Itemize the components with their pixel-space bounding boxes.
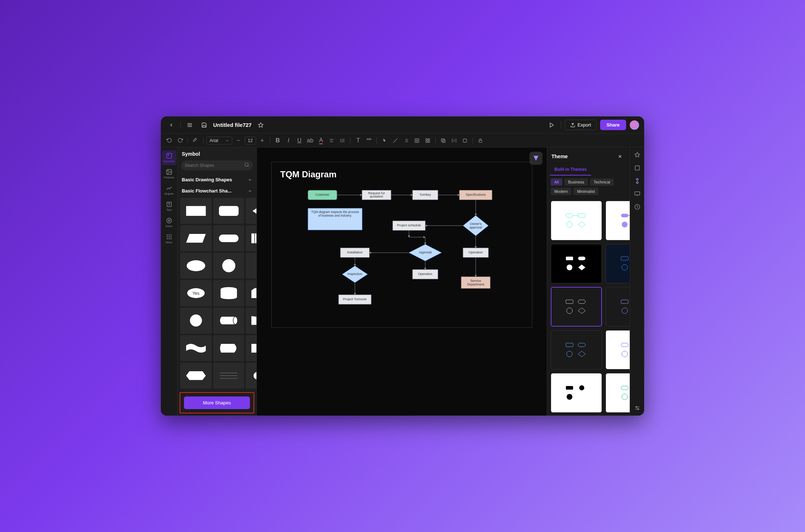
svg-text:Yes: Yes xyxy=(192,291,199,296)
stroke-button[interactable] xyxy=(391,136,400,145)
font-size-decrease[interactable]: − xyxy=(234,136,243,145)
present-button[interactable] xyxy=(546,120,557,130)
shape-hexagon[interactable] xyxy=(180,363,212,389)
theme-preview[interactable] xyxy=(606,373,630,413)
shape-circle2[interactable] xyxy=(180,308,212,334)
export-button[interactable]: Export xyxy=(565,120,597,130)
filter-business[interactable]: Business xyxy=(564,178,588,186)
line-spacing-button[interactable] xyxy=(338,136,347,145)
redo-button[interactable] xyxy=(175,136,185,145)
svg-rect-54 xyxy=(251,234,256,243)
rail-graphs[interactable]: Graphs xyxy=(162,183,176,198)
bold-button[interactable]: B xyxy=(273,136,282,145)
strikethrough-button[interactable]: ab xyxy=(305,136,315,145)
rail-symbols[interactable]: Symbols xyxy=(162,150,176,165)
right-rail xyxy=(630,147,644,416)
theme-preview[interactable] xyxy=(606,244,630,284)
filter-modern[interactable]: Modern xyxy=(551,188,571,195)
theme-preview[interactable] xyxy=(606,201,630,240)
font-size-input[interactable] xyxy=(245,137,256,145)
shape-circle[interactable] xyxy=(213,253,245,279)
font-family-picker[interactable]: Arial xyxy=(206,137,232,145)
filter-minimalist[interactable]: Minimalist xyxy=(573,188,598,195)
layers-icon[interactable] xyxy=(633,164,641,172)
filter-all[interactable]: All xyxy=(551,178,562,186)
theme-preview[interactable] xyxy=(551,244,602,284)
shape-cap[interactable] xyxy=(246,363,256,389)
properties-icon[interactable] xyxy=(633,151,641,159)
list-button[interactable] xyxy=(401,136,411,145)
shape-manual[interactable] xyxy=(246,308,256,334)
shape-cylinder-h[interactable] xyxy=(213,308,245,334)
menu-button[interactable] xyxy=(184,120,195,130)
theme-preview[interactable] xyxy=(551,373,602,413)
shape-rounded-rect[interactable] xyxy=(213,198,245,224)
shape-delay[interactable] xyxy=(246,335,256,361)
file-title[interactable]: Untitled file727 xyxy=(213,122,252,128)
svg-rect-135 xyxy=(578,300,585,303)
format-painter-button[interactable] xyxy=(191,136,200,145)
canvas[interactable]: TQM Diagram Customer Request forquotatio… xyxy=(257,147,547,416)
svg-point-136 xyxy=(567,308,572,314)
rail-more[interactable]: More xyxy=(162,231,176,246)
text-tool-button[interactable]: T xyxy=(353,136,363,145)
grid-button[interactable] xyxy=(423,136,432,145)
divider xyxy=(561,121,561,129)
shape-cylinder[interactable] xyxy=(213,280,245,306)
lock-button[interactable] xyxy=(476,136,485,145)
shape-predefined[interactable] xyxy=(246,225,256,251)
shape-rectangle[interactable] xyxy=(180,198,212,224)
shape-card[interactable] xyxy=(246,280,256,306)
back-button[interactable] xyxy=(166,120,177,130)
svg-point-140 xyxy=(622,308,628,314)
svg-rect-121 xyxy=(621,214,628,217)
category-basic-flowchart[interactable]: Basic Flowchart Sha... xyxy=(177,185,256,196)
underline-button[interactable]: U xyxy=(295,136,304,145)
theme-preview[interactable] xyxy=(606,330,630,370)
align-button[interactable] xyxy=(327,136,336,145)
layer-button[interactable] xyxy=(439,136,448,145)
rail-icons[interactable]: Icons xyxy=(162,215,176,230)
svg-marker-145 xyxy=(578,351,585,357)
settings-icon[interactable] xyxy=(633,404,641,412)
rail-text[interactable]: Text xyxy=(162,199,176,214)
table-button[interactable] xyxy=(412,136,422,145)
shape-pill[interactable] xyxy=(213,225,245,251)
tab-builtin-themes[interactable]: Built-in Themes xyxy=(550,165,591,176)
font-color-button[interactable]: A xyxy=(316,136,326,145)
fill-button[interactable] xyxy=(380,136,389,145)
snap-button[interactable] xyxy=(460,136,470,145)
share-button[interactable]: Share xyxy=(600,120,626,130)
text-direction-button[interactable] xyxy=(364,136,374,145)
close-panel-button[interactable] xyxy=(615,151,625,162)
svg-point-44 xyxy=(167,238,168,239)
shape-tape[interactable] xyxy=(180,335,212,361)
user-avatar[interactable] xyxy=(630,120,639,130)
theme-preview[interactable] xyxy=(551,201,602,240)
shape-ellipse[interactable] xyxy=(180,253,212,279)
theme-preview[interactable] xyxy=(606,287,630,327)
rail-pictures[interactable]: Pictures xyxy=(162,167,176,181)
diagram-title: TQM Diagram xyxy=(280,169,523,179)
shape-yes[interactable]: Yes xyxy=(180,280,212,306)
shape-lines[interactable] xyxy=(213,363,245,389)
theme-preview[interactable] xyxy=(551,287,602,327)
font-size-increase[interactable]: + xyxy=(258,136,267,145)
presentation-icon[interactable] xyxy=(633,190,641,198)
undo-button[interactable] xyxy=(164,136,174,145)
save-icon[interactable] xyxy=(199,120,210,130)
search-input[interactable] xyxy=(181,160,253,170)
history-icon[interactable] xyxy=(633,203,641,211)
distribute-button[interactable] xyxy=(449,136,459,145)
more-shapes-button[interactable]: More Shapes xyxy=(184,396,250,409)
theme-icon[interactable] xyxy=(633,177,641,185)
category-basic-drawing[interactable]: Basic Drawing Shapes xyxy=(177,174,256,185)
shape-parallelogram[interactable] xyxy=(180,225,212,251)
filter-technical[interactable]: Technical xyxy=(590,178,614,186)
shape-display[interactable] xyxy=(213,335,245,361)
theme-preview[interactable] xyxy=(551,330,602,370)
favorite-button[interactable] xyxy=(255,120,266,130)
shape-actor[interactable] xyxy=(246,253,256,279)
italic-button[interactable]: I xyxy=(284,136,293,145)
shape-diamond[interactable] xyxy=(246,198,256,224)
